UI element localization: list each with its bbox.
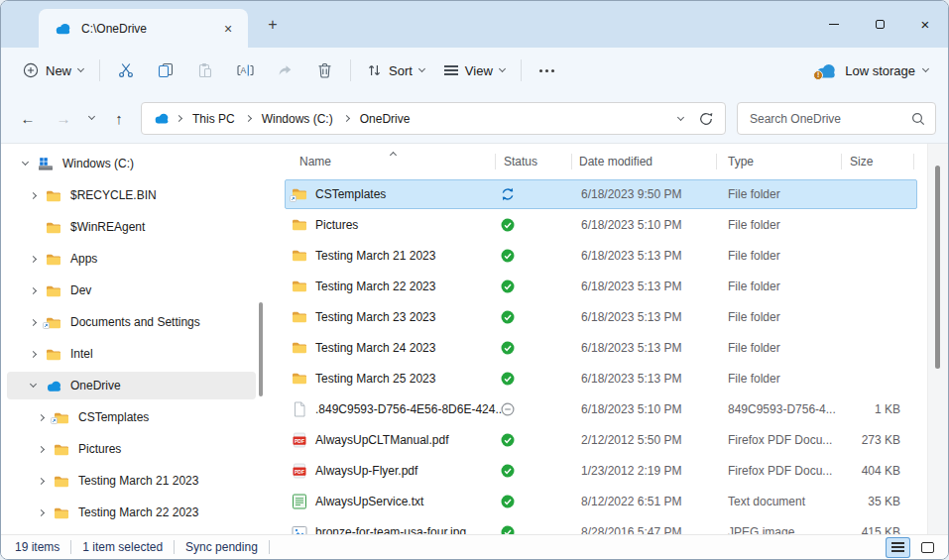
sidebar-item-windows-c[interactable]: Windows (C:) [7,150,256,177]
paste-button[interactable] [185,53,225,88]
file-row[interactable]: Testing March 25 2023 6/18/2023 5:13 PM … [284,364,948,394]
breadcrumb-onedrive[interactable]: OneDrive [356,110,415,128]
sidebar-item-cstemplates[interactable]: CSTemplates [7,403,256,431]
search-icon[interactable] [911,112,925,126]
new-tab-button[interactable]: + [262,14,284,36]
chevron-right-icon[interactable] [33,479,49,484]
chevron-down-icon [418,65,425,72]
sidebar-item-winreagent[interactable]: $WinREAgent [7,213,256,241]
back-button[interactable]: ← [13,103,43,133]
column-header-type[interactable]: Type [728,144,754,179]
rename-button[interactable]: A [225,53,265,88]
navigation-pane: Windows (C:) $RECYCLE.BIN $WinREAgent Ap… [1,144,284,534]
chevron-down-icon [922,65,929,72]
explorer-tab[interactable]: C:\OneDrive × [39,9,248,48]
sidebar-item-testing-march-22[interactable]: Testing March 22 2023 [7,499,256,526]
chevron-right-icon[interactable] [25,257,41,262]
chevron-right-icon[interactable] [33,447,49,452]
large-icons-view-button[interactable] [915,537,940,558]
breadcrumb-this-pc[interactable]: This PC [188,110,239,128]
scrollbar-thumb[interactable] [935,166,940,369]
generic-file-icon [292,401,308,418]
refresh-icon[interactable] [699,112,713,126]
folder-icon [292,217,308,234]
titlebar: C:\OneDrive × + × [1,1,948,48]
sidebar-item-recycle-bin[interactable]: $RECYCLE.BIN [7,181,256,209]
folder-icon [45,188,62,203]
sidebar-item-dev[interactable]: Dev [7,277,256,304]
chevron-right-icon[interactable] [33,510,49,515]
tab-close-icon[interactable]: × [218,19,238,39]
synced-icon [501,525,515,534]
forward-button[interactable]: → [49,103,78,133]
chevron-down-icon[interactable] [17,163,33,165]
file-list-scrollbar[interactable] [927,144,948,534]
maximize-button[interactable] [857,1,902,47]
breadcrumb[interactable]: This PC Windows (C:) OneDrive [141,102,726,135]
breadcrumb-windows-c[interactable]: Windows (C:) [258,110,337,128]
view-button[interactable]: View [434,53,515,88]
file-row[interactable]: .849C9593-D756-4E56-8D6E-424... 6/18/202… [284,394,948,425]
file-row[interactable]: bronze-for-team-usa-four.jpg 8/28/2016 5… [284,517,948,534]
chevron-down-icon[interactable] [25,385,41,387]
file-row[interactable]: Testing March 22 2023 6/18/2023 5:13 PM … [284,272,948,302]
synced-icon [501,341,515,358]
onedrive-status-button[interactable]: ! Low storage [809,53,934,88]
close-button[interactable]: × [902,1,948,47]
synced-icon [501,280,515,296]
toolbar-divider [521,59,522,81]
chevron-right-icon[interactable] [25,352,41,357]
sidebar-item-onedrive[interactable]: OneDrive [7,372,256,399]
chevron-right-icon [343,115,350,122]
more-options-button[interactable] [528,53,567,88]
sidebar-item-pictures[interactable]: Pictures [7,435,256,463]
file-date: 6/18/2023 5:10 PM [581,394,681,425]
chevron-right-icon[interactable] [33,415,49,420]
file-row[interactable]: Testing March 21 2023 6/18/2023 5:13 PM … [284,241,948,272]
paste-icon [197,62,213,78]
file-date: 6/18/2023 5:13 PM [581,364,681,394]
column-header-name[interactable]: Name [299,144,331,179]
minimize-button[interactable] [811,1,857,47]
file-row[interactable]: Testing March 24 2023 6/18/2023 5:13 PM … [284,333,948,364]
up-button[interactable]: ↑ [104,103,134,133]
file-row[interactable]: Pictures 6/18/2023 5:10 PM File folder [284,210,948,241]
chevron-right-icon[interactable] [25,320,41,325]
copy-button[interactable] [146,53,185,88]
address-bar-row: ← → ↑ This PC Windows (C:) OneDrive [1,93,948,144]
address-dropdown-icon[interactable] [677,113,684,120]
details-view-icon [891,542,904,552]
file-row[interactable]: CSTemplates 6/18/2023 9:50 PM File folde… [284,179,948,210]
share-button[interactable] [265,53,304,88]
file-row[interactable]: PDF AlwaysUpCLTManual.pdf 2/12/2012 5:50… [284,425,948,456]
recent-locations-button[interactable] [80,103,102,133]
tab-title: C:\OneDrive [81,22,147,36]
chevron-down-icon [77,65,84,72]
details-view-button[interactable] [886,537,910,558]
sidebar-item-intel[interactable]: Intel [7,340,256,368]
column-header-size[interactable]: Size [850,144,873,179]
sidebar-item-testing-march-21[interactable]: Testing March 21 2023 [7,467,256,495]
delete-button[interactable] [304,53,344,88]
synced-icon [501,310,515,327]
sidebar-scrollbar[interactable] [259,302,263,396]
sort-button[interactable]: Sort [357,53,434,88]
file-row[interactable]: PDF AlwaysUp-Flyer.pdf 1/23/2012 2:19 PM… [284,456,948,487]
chevron-right-icon[interactable] [25,288,41,293]
sidebar-item-documents-and-settings[interactable]: Documents and Settings [7,308,256,336]
rename-icon: A [237,62,254,78]
sidebar-item-apps[interactable]: Apps [7,245,256,273]
chevron-right-icon[interactable] [25,193,41,198]
search-box[interactable] [737,102,936,135]
new-button[interactable]: New [13,53,93,88]
folder-shortcut-icon [292,186,308,203]
synced-icon [501,495,515,511]
low-storage-label: Low storage [845,63,915,78]
file-row[interactable]: AlwaysUpService.txt 8/12/2022 6:51 PM Te… [284,487,948,517]
search-input[interactable] [750,112,911,126]
column-header-date-modified[interactable]: Date modified [579,144,652,179]
column-header-status[interactable]: Status [504,144,537,179]
file-row[interactable]: Testing March 23 2023 6/18/2023 5:13 PM … [284,302,948,333]
cut-button[interactable] [106,53,146,88]
svg-text:PDF: PDF [295,438,304,444]
